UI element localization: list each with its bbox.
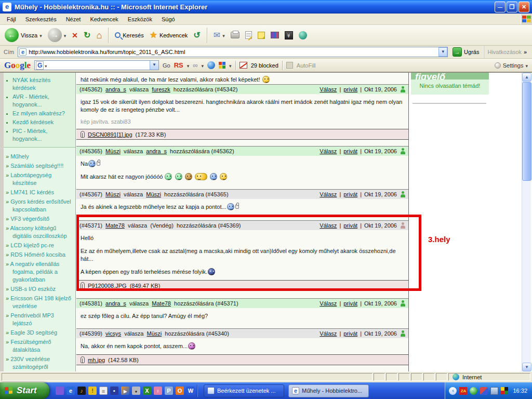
post-author-link[interactable]: andra_s	[105, 86, 126, 92]
quicklaunch-app-icon[interactable]	[154, 387, 162, 395]
quicklaunch-word-icon[interactable]	[187, 387, 195, 395]
sidebar-topic-item[interactable]: Labortápegység készítése	[6, 171, 74, 187]
reply-link[interactable]: Válasz	[320, 222, 337, 229]
topic-link[interactable]: VF3 végerősítő	[10, 216, 49, 222]
private-message-link[interactable]: privát	[343, 222, 357, 229]
topic-link[interactable]: A negatív ellenállás fogalma, példák a g…	[10, 261, 60, 283]
sidebar-topic-item[interactable]: Gyors kérdés erősítővel kapcsolatban	[6, 198, 74, 214]
autofill-button[interactable]: AutoFill	[297, 62, 316, 69]
sidebar-topic-item[interactable]: Műhely	[6, 153, 74, 161]
back-dropdown-icon[interactable]	[39, 32, 42, 38]
home-button[interactable]	[95, 30, 103, 41]
reply-link[interactable]: Válasz	[320, 148, 337, 154]
topic-link[interactable]: AVR - Miértek, hogyanok...	[12, 94, 49, 108]
scroll-down-button[interactable]	[522, 363, 531, 371]
google-apps-cube-icon[interactable]	[219, 62, 225, 69]
print-button[interactable]	[229, 31, 241, 39]
zonealarm-tray-icon[interactable]	[459, 387, 467, 395]
private-message-link[interactable]: privát	[343, 86, 357, 92]
post-author-link[interactable]: Mate78	[105, 222, 125, 229]
google-go-button[interactable]: Go	[163, 62, 170, 69]
topic-link[interactable]: USB-s I/O eszköz	[10, 286, 56, 292]
topic-link[interactable]: Feszültségmérő átalakítása	[10, 339, 51, 353]
go-button[interactable]: Ugrás	[450, 47, 482, 57]
links-chevron-icon[interactable]: »	[524, 49, 527, 55]
menu-help[interactable]: Súgó	[157, 15, 180, 24]
google-g-icon[interactable]	[36, 61, 44, 70]
post-author-link[interactable]: andra_s	[105, 300, 126, 307]
close-button[interactable]	[518, 2, 529, 12]
sidebar-topic-item[interactable]: AVR - Miértek, hogyanok...	[12, 93, 74, 109]
history-button[interactable]	[192, 29, 202, 41]
topic-link[interactable]: 230V vezérlése számitogépről	[10, 356, 50, 370]
post-author-link[interactable]: Müszi	[105, 148, 121, 154]
topic-link[interactable]: Labortápegység készítése	[10, 172, 51, 186]
app-tray-icon[interactable]	[480, 387, 488, 395]
search-button[interactable]: Keresés	[113, 31, 145, 39]
links-bar[interactable]: Hivatkozások »	[484, 46, 530, 58]
sidebar-topic-item[interactable]: LM741 IC kérdés	[6, 189, 74, 196]
scrollbar-thumb[interactable]	[522, 82, 531, 181]
quicklaunch-excel-icon[interactable]	[143, 387, 151, 395]
forward-button[interactable]	[46, 27, 68, 43]
quicklaunch-ie-icon[interactable]	[66, 387, 75, 395]
chain-dropdown-icon[interactable]	[202, 62, 204, 69]
network-tray-icon[interactable]	[490, 387, 498, 395]
maximize-button[interactable]	[507, 2, 517, 12]
sidebar-topic-item[interactable]: RDS Hőmérő kocsiba	[6, 251, 74, 259]
quicklaunch-app-icon[interactable]	[88, 387, 97, 395]
google-search-input[interactable]	[47, 62, 150, 69]
start-button[interactable]: Start	[0, 382, 49, 399]
notes-button[interactable]	[256, 31, 267, 40]
quicklaunch-messenger-icon[interactable]	[56, 387, 64, 395]
quicklaunch-app-icon[interactable]	[165, 387, 173, 395]
sidebar-topic-item[interactable]: Eagle 3D segítség	[6, 329, 74, 337]
sidebar-topic-item[interactable]: Ez milyen alkatrész?	[12, 110, 74, 117]
sidebar-topic-item[interactable]: Feszültségmérő átalakítása	[6, 338, 74, 354]
topic-link[interactable]: Ericsson GH 198 kijelző vezérlése	[10, 295, 71, 309]
edit-button[interactable]	[244, 30, 254, 40]
menu-view[interactable]: Nézet	[61, 15, 86, 24]
favorites-button[interactable]: Kedvencek	[148, 29, 190, 42]
address-dropdown-icon[interactable]	[438, 47, 447, 57]
sidebar-topic-item[interactable]: Ericsson GH 198 kijelző vezérlése	[6, 295, 74, 310]
attachment-link[interactable]: P9120008.JPG	[88, 283, 127, 289]
scroll-up-button[interactable]	[522, 73, 531, 82]
rs-button[interactable]: RS	[174, 61, 183, 69]
menu-file[interactable]: Fájl	[2, 15, 21, 24]
sidebar-topic-item[interactable]: Pendriveból MP3 lejátszó	[6, 312, 74, 327]
messenger-button[interactable]	[297, 30, 309, 41]
topic-link[interactable]: NYÁK készítés kérdések	[12, 77, 50, 91]
sidebar-topic-item[interactable]: NYÁK készítés kérdések	[12, 76, 74, 92]
post-target-link[interactable]: fureszk	[152, 86, 170, 92]
topic-link[interactable]: Pendriveból MP3 lejátszó	[10, 312, 54, 326]
popup-blocker-icon[interactable]	[240, 62, 247, 69]
address-input[interactable]	[26, 49, 438, 55]
links-chain-icon[interactable]	[193, 61, 197, 69]
rs-dropdown-icon[interactable]	[187, 62, 190, 69]
torrent-tray-icon[interactable]	[470, 387, 477, 395]
google-settings-button[interactable]: Settings	[495, 62, 528, 69]
topic-link[interactable]: Ez milyen alkatrész?	[12, 110, 65, 116]
sidebar-topic-item[interactable]: A negatív ellenállás fogalma, példák a g…	[6, 260, 74, 284]
cube-dropdown-icon[interactable]	[229, 62, 232, 69]
sidebar-topic-item[interactable]: Számláló segítség!!!!	[6, 162, 74, 170]
menu-favorites[interactable]: Kedvencek	[85, 15, 123, 24]
post-target-link[interactable]: Müszi	[146, 191, 161, 197]
sidebar-topic-item[interactable]: PIC - Miértek, hogyanok...	[12, 127, 74, 143]
research-button[interactable]	[269, 31, 281, 39]
forward-dropdown-icon[interactable]	[64, 32, 66, 38]
reply-link[interactable]: Válasz	[320, 86, 337, 92]
taskbar-window-inbox[interactable]: Beérkezett üzenetek ...	[204, 384, 284, 397]
post-target-link[interactable]: Mate78	[152, 300, 171, 307]
attachment-link[interactable]: DSCN0891[1].jpg	[88, 131, 132, 138]
sidebar-topic-item[interactable]: USB-s I/O eszköz	[6, 285, 74, 293]
quicklaunch-app-icon[interactable]	[132, 387, 140, 395]
quicklaunch-media-player-icon[interactable]	[121, 387, 129, 395]
minimize-button[interactable]	[495, 2, 506, 12]
sidebar-topic-item[interactable]: LCD kijelző pc-re	[6, 242, 74, 249]
quicklaunch-winamp-icon[interactable]	[77, 387, 86, 395]
post-target-link[interactable]: andra_s	[146, 148, 167, 154]
vertical-scrollbar[interactable]	[522, 73, 531, 371]
reply-link[interactable]: Válasz	[320, 191, 337, 197]
